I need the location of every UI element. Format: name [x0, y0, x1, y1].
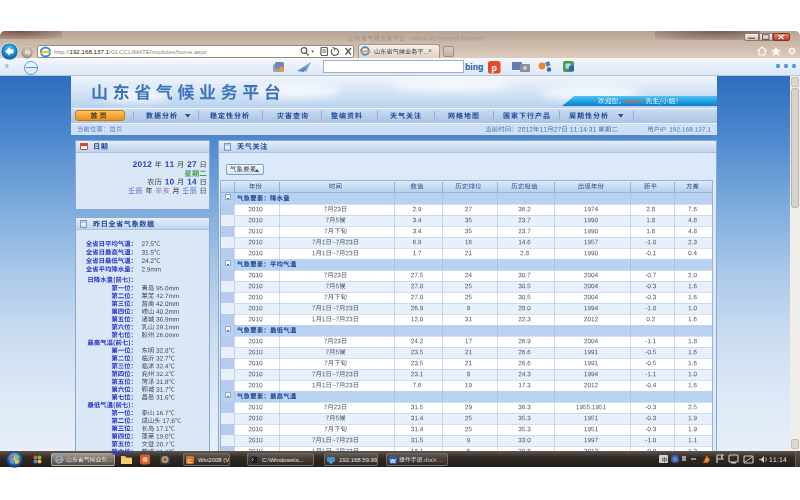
svg-text:p: p [492, 63, 498, 73]
svg-text:W: W [390, 457, 396, 463]
svg-text:bing: bing [465, 62, 483, 72]
svg-text:C: C [188, 457, 193, 463]
